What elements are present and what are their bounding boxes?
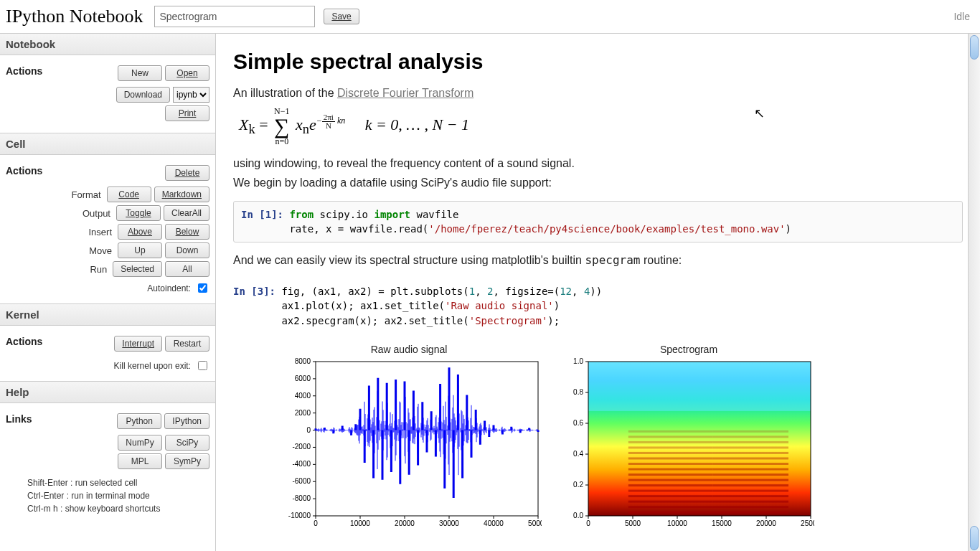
delete-button[interactable]: Delete <box>165 165 209 181</box>
save-button[interactable]: Save <box>324 9 359 24</box>
scrollbar-thumb-bottom[interactable] <box>970 526 979 550</box>
code-cell-1[interactable]: In [1]: from scipy.io import wavfile rat… <box>233 201 963 243</box>
help-scipy-button[interactable]: SciPy <box>165 435 209 451</box>
svg-text:25000: 25000 <box>801 519 814 527</box>
svg-text:20000: 20000 <box>756 519 776 527</box>
para-specgram: And we can easily view its spectral stru… <box>233 253 963 268</box>
svg-rect-37 <box>628 495 713 497</box>
svg-rect-44 <box>628 457 713 459</box>
svg-rect-61 <box>713 452 788 454</box>
svg-text:50000: 50000 <box>528 519 542 527</box>
svg-rect-58 <box>713 468 788 470</box>
svg-rect-50 <box>713 512 788 514</box>
interrupt-button[interactable]: Interrupt <box>114 336 162 352</box>
svg-text:40000: 40000 <box>484 519 504 527</box>
section-cell-head: Cell <box>0 133 215 155</box>
svg-rect-48 <box>628 435 713 438</box>
section-notebook-head: Notebook <box>0 34 215 55</box>
insert-label: Insert <box>88 227 112 237</box>
svg-rect-55 <box>713 484 788 486</box>
chart-raw-title: Raw audio signal <box>371 344 448 355</box>
svg-rect-51 <box>713 506 788 508</box>
svg-rect-53 <box>713 495 788 497</box>
download-format-select[interactable]: ipynb <box>173 87 209 103</box>
format-markdown-button[interactable]: Markdown <box>154 187 209 202</box>
svg-rect-59 <box>713 463 788 465</box>
svg-text:6000: 6000 <box>295 375 311 382</box>
svg-text:0: 0 <box>586 519 590 527</box>
move-up-button[interactable]: Up <box>118 242 162 258</box>
section-kernel-head: Kernel <box>0 303 215 326</box>
svg-rect-40 <box>628 479 713 481</box>
help-sympy-button[interactable]: SymPy <box>165 453 209 469</box>
scrollbar-track[interactable] <box>968 34 980 551</box>
topbar: IPython Notebook Save Idle <box>0 0 980 34</box>
run-selected-button[interactable]: Selected <box>113 261 162 277</box>
dft-link[interactable]: Discrete Fourier Transform <box>337 87 473 99</box>
svg-text:0.8: 0.8 <box>573 388 583 396</box>
svg-rect-42 <box>628 468 713 470</box>
run-label: Run <box>90 264 107 275</box>
notebook-title-input[interactable] <box>154 6 315 27</box>
open-button[interactable]: Open <box>165 65 209 81</box>
output-toggle-button[interactable]: Toggle <box>116 205 161 221</box>
main-layout: Notebook Actions New Open Download ipynb… <box>0 34 980 551</box>
kill-kernel-label: Kill kernel upon exit: <box>114 361 191 371</box>
help-ipython-button[interactable]: IPython <box>164 413 209 429</box>
new-button[interactable]: New <box>118 65 162 81</box>
autoindent-label: Autoindent: <box>147 283 191 293</box>
help-python-button[interactable]: Python <box>117 413 161 429</box>
chart-spec-title: Spectrogram <box>660 344 717 355</box>
brand-title: IPython Notebook <box>6 6 146 27</box>
help-mpl-button[interactable]: MPL <box>118 453 162 469</box>
svg-text:-2000: -2000 <box>292 443 311 451</box>
svg-rect-34 <box>628 512 713 514</box>
para-windowing: using windowing, to reveal the frequency… <box>233 156 963 171</box>
chart-raw-audio: Raw audio signal 01000020000300004000050… <box>276 344 542 530</box>
svg-text:30000: 30000 <box>439 519 459 527</box>
kill-kernel-checkbox[interactable] <box>198 361 207 370</box>
svg-rect-38 <box>628 489 713 491</box>
svg-text:0: 0 <box>306 425 311 433</box>
svg-text:8000: 8000 <box>295 358 311 365</box>
svg-rect-43 <box>628 463 713 465</box>
download-button[interactable]: Download <box>116 87 170 103</box>
restart-button[interactable]: Restart <box>165 336 209 352</box>
svg-rect-52 <box>713 501 788 503</box>
section-help-head: Help <box>0 381 215 403</box>
help-hint-2: Ctrl-Enter : run in terminal mode <box>6 489 209 502</box>
insert-above-button[interactable]: Above <box>118 224 162 240</box>
help-numpy-button[interactable]: NumPy <box>118 435 162 451</box>
svg-text:20000: 20000 <box>395 519 415 527</box>
notebook-content[interactable]: ↖ Simple spectral analysis An illustrati… <box>216 34 980 551</box>
format-code-button[interactable]: Code <box>107 187 151 202</box>
chart-spectrogram: Spectrogram 05000100001500020000250000.0… <box>563 344 814 530</box>
para-loading: We begin by loading a datafile using Sci… <box>233 175 963 191</box>
svg-text:0.0: 0.0 <box>573 512 583 519</box>
autoindent-checkbox[interactable] <box>198 283 207 293</box>
kernel-actions-label: Actions <box>6 336 42 347</box>
svg-rect-57 <box>713 474 788 476</box>
svg-text:-6000: -6000 <box>292 477 311 485</box>
move-down-button[interactable]: Down <box>165 242 209 258</box>
svg-text:10000: 10000 <box>350 519 370 527</box>
svg-rect-62 <box>713 446 788 448</box>
scrollbar-thumb-top[interactable] <box>970 35 979 60</box>
intro-paragraph: An illustration of the Discrete Fourier … <box>233 85 963 101</box>
chart-spec-svg: 05000100001500020000250000.00.20.40.60.8… <box>563 358 814 530</box>
svg-text:15000: 15000 <box>712 519 732 527</box>
insert-below-button[interactable]: Below <box>165 224 209 240</box>
chart-raw-svg: 01000020000300004000050000-10000-8000-60… <box>276 358 542 530</box>
actions-label: Actions <box>6 65 42 77</box>
run-all-button[interactable]: All <box>165 261 209 277</box>
code-cell-3[interactable]: In [3]: fig, (ax1, ax2) = plt.subplots(1… <box>233 278 963 334</box>
svg-text:10000: 10000 <box>667 519 687 527</box>
svg-rect-39 <box>628 484 713 486</box>
output-clearall-button[interactable]: ClearAll <box>164 205 209 221</box>
output-charts: Raw audio signal 01000020000300004000050… <box>276 344 963 530</box>
svg-rect-35 <box>628 506 713 508</box>
svg-text:1.0: 1.0 <box>573 358 583 365</box>
format-label: Format <box>71 189 100 200</box>
print-button[interactable]: Print <box>165 105 209 121</box>
svg-text:2000: 2000 <box>295 409 311 417</box>
